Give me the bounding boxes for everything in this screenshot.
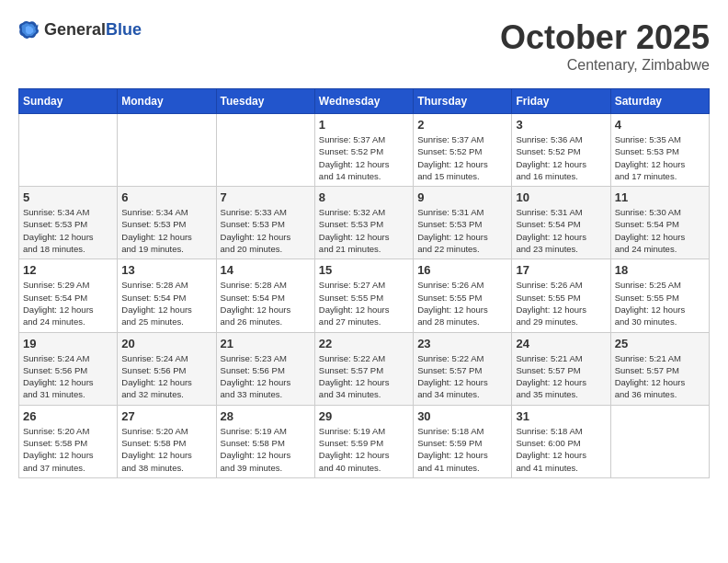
location-title: Centenary, Zimbabwe xyxy=(500,57,710,74)
day-number: 25 xyxy=(615,337,705,350)
day-number: 28 xyxy=(221,409,311,423)
calendar-cell: 3Sunrise: 5:36 AM Sunset: 5:52 PM Daylig… xyxy=(512,114,610,187)
day-info: Sunrise: 5:18 AM Sunset: 5:59 PM Dayligh… xyxy=(417,425,507,474)
day-number: 27 xyxy=(121,409,211,423)
calendar-cell: 2Sunrise: 5:37 AM Sunset: 5:52 PM Daylig… xyxy=(414,114,512,187)
calendar-cell: 15Sunrise: 5:27 AM Sunset: 5:55 PM Dayli… xyxy=(314,259,413,332)
calendar-week-5: 26Sunrise: 5:20 AM Sunset: 5:58 PM Dayli… xyxy=(19,405,710,477)
logo-blue: Blue xyxy=(106,20,142,39)
calendar-cell: 27Sunrise: 5:20 AM Sunset: 5:58 PM Dayli… xyxy=(118,405,216,477)
day-number: 10 xyxy=(516,190,606,204)
day-info: Sunrise: 5:34 AM Sunset: 5:53 PM Dayligh… xyxy=(23,206,113,255)
day-info: Sunrise: 5:28 AM Sunset: 5:54 PM Dayligh… xyxy=(121,279,211,327)
calendar-cell: 23Sunrise: 5:22 AM Sunset: 5:57 PM Dayli… xyxy=(414,332,512,405)
day-number: 3 xyxy=(516,118,606,132)
calendar-cell: 29Sunrise: 5:19 AM Sunset: 5:59 PM Dayli… xyxy=(314,405,413,477)
calendar-week-3: 12Sunrise: 5:29 AM Sunset: 5:54 PM Dayli… xyxy=(19,259,710,332)
day-number: 16 xyxy=(417,263,507,277)
calendar-cell: 31Sunrise: 5:18 AM Sunset: 6:00 PM Dayli… xyxy=(512,405,610,477)
calendar-cell: 24Sunrise: 5:21 AM Sunset: 5:57 PM Dayli… xyxy=(512,332,610,405)
day-number: 15 xyxy=(319,263,409,277)
logo: GeneralBlue xyxy=(18,18,142,40)
day-header-friday: Friday xyxy=(512,89,610,114)
calendar-cell: 19Sunrise: 5:24 AM Sunset: 5:56 PM Dayli… xyxy=(19,332,118,405)
day-number: 9 xyxy=(417,190,507,204)
day-header-sunday: Sunday xyxy=(19,89,118,114)
calendar-cell xyxy=(118,114,216,187)
day-info: Sunrise: 5:35 AM Sunset: 5:53 PM Dayligh… xyxy=(615,133,705,182)
day-info: Sunrise: 5:20 AM Sunset: 5:58 PM Dayligh… xyxy=(121,425,211,474)
title-block: October 2025 Centenary, Zimbabwe xyxy=(500,18,710,74)
day-number: 1 xyxy=(319,118,409,132)
day-number: 4 xyxy=(615,118,705,132)
day-info: Sunrise: 5:20 AM Sunset: 5:58 PM Dayligh… xyxy=(23,425,113,474)
day-number: 12 xyxy=(23,263,113,277)
calendar-cell: 10Sunrise: 5:31 AM Sunset: 5:54 PM Dayli… xyxy=(512,187,610,259)
day-number: 2 xyxy=(417,118,507,132)
day-info: Sunrise: 5:34 AM Sunset: 5:53 PM Dayligh… xyxy=(121,206,211,255)
calendar-cell: 25Sunrise: 5:21 AM Sunset: 5:57 PM Dayli… xyxy=(610,332,709,405)
day-info: Sunrise: 5:26 AM Sunset: 5:55 PM Dayligh… xyxy=(516,279,606,327)
calendar-header-row: SundayMondayTuesdayWednesdayThursdayFrid… xyxy=(19,89,710,114)
day-number: 8 xyxy=(319,190,409,204)
logo-general: General xyxy=(44,20,106,39)
day-number: 19 xyxy=(23,337,113,350)
calendar-cell: 11Sunrise: 5:30 AM Sunset: 5:54 PM Dayli… xyxy=(610,187,709,259)
calendar-week-1: 1Sunrise: 5:37 AM Sunset: 5:52 PM Daylig… xyxy=(19,114,710,187)
calendar-cell: 5Sunrise: 5:34 AM Sunset: 5:53 PM Daylig… xyxy=(19,187,118,259)
day-number: 26 xyxy=(23,409,113,423)
day-number: 24 xyxy=(516,337,606,350)
calendar-cell: 8Sunrise: 5:32 AM Sunset: 5:53 PM Daylig… xyxy=(314,187,413,259)
day-info: Sunrise: 5:24 AM Sunset: 5:56 PM Dayligh… xyxy=(121,352,211,401)
day-info: Sunrise: 5:36 AM Sunset: 5:52 PM Dayligh… xyxy=(516,133,606,182)
day-info: Sunrise: 5:29 AM Sunset: 5:54 PM Dayligh… xyxy=(23,279,113,327)
calendar-cell: 28Sunrise: 5:19 AM Sunset: 5:58 PM Dayli… xyxy=(216,405,314,477)
day-number: 21 xyxy=(221,337,311,350)
day-number: 22 xyxy=(319,337,409,350)
day-number: 5 xyxy=(23,190,113,204)
calendar-cell xyxy=(19,114,118,187)
day-number: 14 xyxy=(221,263,311,277)
day-header-monday: Monday xyxy=(118,89,216,114)
day-number: 17 xyxy=(516,263,606,277)
day-info: Sunrise: 5:25 AM Sunset: 5:55 PM Dayligh… xyxy=(615,279,705,327)
calendar-cell: 7Sunrise: 5:33 AM Sunset: 5:53 PM Daylig… xyxy=(216,187,314,259)
day-number: 20 xyxy=(121,337,211,350)
day-number: 13 xyxy=(121,263,211,277)
day-header-thursday: Thursday xyxy=(414,89,512,114)
day-info: Sunrise: 5:24 AM Sunset: 5:56 PM Dayligh… xyxy=(23,352,113,401)
day-info: Sunrise: 5:28 AM Sunset: 5:54 PM Dayligh… xyxy=(221,279,311,327)
logo-icon xyxy=(18,18,40,40)
day-number: 23 xyxy=(417,337,507,350)
calendar-cell: 22Sunrise: 5:22 AM Sunset: 5:57 PM Dayli… xyxy=(314,332,413,405)
day-info: Sunrise: 5:19 AM Sunset: 5:58 PM Dayligh… xyxy=(221,425,311,474)
day-info: Sunrise: 5:37 AM Sunset: 5:52 PM Dayligh… xyxy=(319,133,409,182)
calendar-cell xyxy=(216,114,314,187)
calendar-cell: 4Sunrise: 5:35 AM Sunset: 5:53 PM Daylig… xyxy=(610,114,709,187)
calendar-cell: 20Sunrise: 5:24 AM Sunset: 5:56 PM Dayli… xyxy=(118,332,216,405)
day-number: 11 xyxy=(615,190,705,204)
day-header-wednesday: Wednesday xyxy=(314,89,413,114)
calendar-cell: 18Sunrise: 5:25 AM Sunset: 5:55 PM Dayli… xyxy=(610,259,709,332)
calendar-cell: 13Sunrise: 5:28 AM Sunset: 5:54 PM Dayli… xyxy=(118,259,216,332)
day-info: Sunrise: 5:27 AM Sunset: 5:55 PM Dayligh… xyxy=(319,279,409,327)
day-info: Sunrise: 5:33 AM Sunset: 5:53 PM Dayligh… xyxy=(221,206,311,255)
day-info: Sunrise: 5:32 AM Sunset: 5:53 PM Dayligh… xyxy=(319,206,409,255)
day-info: Sunrise: 5:22 AM Sunset: 5:57 PM Dayligh… xyxy=(417,352,507,401)
day-info: Sunrise: 5:18 AM Sunset: 6:00 PM Dayligh… xyxy=(516,425,606,474)
calendar-cell: 30Sunrise: 5:18 AM Sunset: 5:59 PM Dayli… xyxy=(414,405,512,477)
day-header-tuesday: Tuesday xyxy=(216,89,314,114)
day-number: 29 xyxy=(319,409,409,423)
logo-text: GeneralBlue xyxy=(44,20,142,40)
calendar-cell: 17Sunrise: 5:26 AM Sunset: 5:55 PM Dayli… xyxy=(512,259,610,332)
day-info: Sunrise: 5:21 AM Sunset: 5:57 PM Dayligh… xyxy=(516,352,606,401)
day-info: Sunrise: 5:31 AM Sunset: 5:54 PM Dayligh… xyxy=(516,206,606,255)
day-info: Sunrise: 5:30 AM Sunset: 5:54 PM Dayligh… xyxy=(615,206,705,255)
month-title: October 2025 xyxy=(500,18,710,57)
day-number: 31 xyxy=(516,409,606,423)
calendar-week-2: 5Sunrise: 5:34 AM Sunset: 5:53 PM Daylig… xyxy=(19,187,710,259)
calendar-cell: 12Sunrise: 5:29 AM Sunset: 5:54 PM Dayli… xyxy=(19,259,118,332)
day-info: Sunrise: 5:26 AM Sunset: 5:55 PM Dayligh… xyxy=(417,279,507,327)
calendar-cell: 26Sunrise: 5:20 AM Sunset: 5:58 PM Dayli… xyxy=(19,405,118,477)
page-header: GeneralBlue October 2025 Centenary, Zimb… xyxy=(18,18,710,74)
